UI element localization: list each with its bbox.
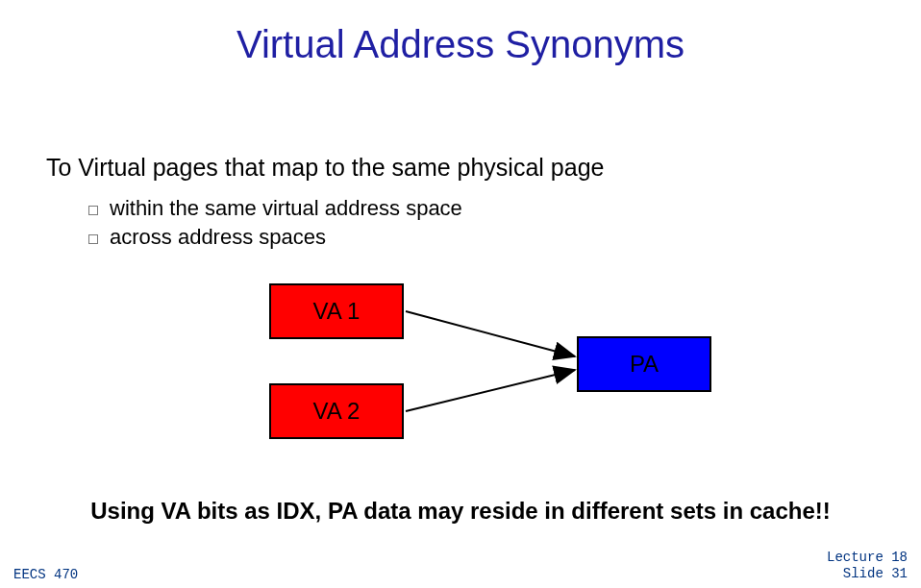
footer-slide: Slide 31 [827,566,908,582]
list-item: across address spaces [88,225,462,250]
box-va1: VA 1 [269,283,404,339]
svg-line-2 [406,370,575,411]
intro-text: To Virtual pages that map to the same ph… [46,154,604,182]
bullet-text: within the same virtual address space [110,196,462,221]
footer-right: Lecture 18 Slide 31 [827,550,908,582]
footer-course: EECS 470 [13,567,78,582]
footer-lecture: Lecture 18 [827,550,908,566]
caption-text: Using VA bits as IDX, PA data may reside… [0,498,921,525]
square-bullet-icon [88,206,98,215]
square-bullet-icon [88,234,98,244]
box-va2: VA 2 [269,383,404,439]
svg-line-1 [406,311,575,356]
diagram: VA 1 VA 2 PA [269,283,731,447]
bullet-list: within the same virtual address space ac… [88,192,462,250]
bullet-text: across address spaces [110,225,326,250]
slide-title: Virtual Address Synonyms [0,23,921,66]
list-item: within the same virtual address space [88,196,462,221]
box-pa: PA [577,336,711,392]
